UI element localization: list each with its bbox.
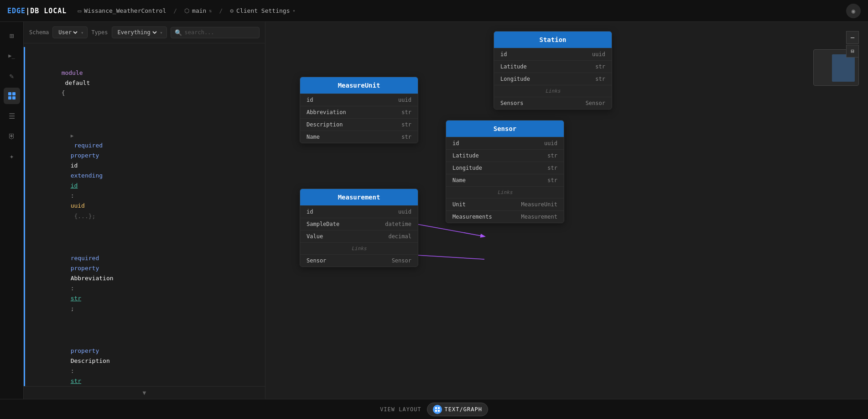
svg-line-5 [409,255,484,259]
entity-header-sensor: Sensor [446,120,564,137]
zoom-minus-btn[interactable]: − [846,31,859,44]
bottom-expand-btn[interactable]: ▼ [24,386,265,399]
sidebar-icon-diagram[interactable] [4,88,20,104]
entity-row-desc-mu: Description str [300,118,418,131]
entity-card-sensor[interactable]: Sensor id uuid Latitude str Longitude st… [446,120,564,223]
main-layout: ⊞ ▶_ ✎ ☰ ⛨ ✦ Schema User ▾ Types [0,22,868,399]
module-line: module default { [24,47,265,110]
entity-row-lat-st: Latitude str [494,60,612,73]
entity-body-station: id uuid Latitude str Longitude str Links… [494,48,612,109]
entity-row-sampledate-ms: SampleDate datetime [300,218,418,230]
entity-row-long-st: Longitude str [494,73,612,85]
entity-row-id-ms: id uuid [300,205,418,218]
filter-select-wrap[interactable]: Everything ▾ [112,26,167,38]
db-icon: ⬡ [184,7,189,14]
arrow1[interactable]: ▶ [71,133,74,139]
settings-selector[interactable]: ⚙ Client Settings ▾ [230,7,295,14]
entity-row-id-sn: id uuid [446,137,564,149]
entity-body-sensor: id uuid Latitude str Longitude str Name … [446,137,564,223]
entity-row-value-ms: Value decimal [300,230,418,242]
sidebar-icon-edit[interactable]: ✎ [4,68,20,84]
left-panel: Schema User ▾ Types Everything ▾ 🔍 [24,22,265,399]
chevron-user-icon: ▾ [81,30,83,35]
branch-selector[interactable]: ⬡ main ⇅ [184,7,212,14]
entity-row-unit-sn: Unit MeasureUnit [446,198,564,210]
entity-row-id-mu: id uuid [300,94,418,106]
chevron-up-down-icon: ⇅ [209,8,212,13]
chevron-filter-icon: ▾ [160,30,163,35]
code-area: module default { ▶ required property id … [24,43,265,386]
prop-id-line: ▶ required property id extending id : uu… [24,110,265,232]
prop-desc-line: property Description : str ; [24,325,265,386]
minimap-viewport [832,54,855,82]
left-panel-header: Schema User ▾ Types Everything ▾ 🔍 [24,22,265,43]
entity-row-lat-sn: Latitude str [446,149,564,162]
blue-bar4 [24,325,25,386]
svg-rect-3 [12,96,16,100]
settings-name: Client Settings [236,7,290,14]
user-avatar[interactable]: ◉ [846,4,861,18]
entity-card-measurement[interactable]: Measurement id uuid SampleDate datetime … [300,189,418,267]
sidebar-icon-data[interactable]: ☰ [4,108,20,124]
view-layout-label: VIEW LAYOUT [380,406,421,413]
project-selector[interactable]: ▭ Wissance_WeatherControl [78,7,166,14]
sidebar-icon-terminal[interactable]: ▶_ [4,47,20,64]
topbar: EDGE|DB LOCAL ▭ Wissance_WeatherControl … [0,0,868,22]
svg-rect-8 [438,407,440,409]
sep2: / [219,7,223,14]
sidebar-icon-shield[interactable]: ⛨ [4,128,20,144]
sidebar-icons: ⊞ ▶_ ✎ ☰ ⛨ ✦ [0,22,24,399]
branch-name: main [192,7,206,14]
toggle-label: TEXT/GRAPH [445,406,482,413]
links-label-measurement: Links [300,242,418,254]
chevron-down-icon: ▾ [292,8,295,13]
blue-bar [24,47,25,110]
zoom-reset-btn[interactable]: ⊟ [846,45,859,58]
document-icon: ▭ [78,7,81,14]
svg-rect-7 [435,407,437,409]
entity-row-sensors-st: Sensors Sensor [494,97,612,109]
bottom-bar: VIEW LAYOUT TEXT/GRAPH [0,399,868,419]
right-panel: MeasureUnit id uuid Abbreviation str Des… [265,22,868,399]
entity-header-measureunit: MeasureUnit [300,77,418,94]
entity-header-station: Station [494,31,612,48]
sidebar-icon-star[interactable]: ✦ [4,148,20,164]
prop-abbr-line: required property Abbreviation : str ; [24,232,265,325]
toggle-icon [433,405,442,414]
user-select[interactable]: User [57,29,79,36]
user-select-wrap[interactable]: User ▾ [52,26,88,38]
svg-rect-1 [12,92,16,95]
settings-icon: ⚙ [230,7,234,14]
search-wrap[interactable]: 🔍 [171,27,260,38]
kw-module: module [62,69,83,76]
filter-select[interactable]: Everything [116,29,158,36]
entity-card-measureunit[interactable]: MeasureUnit id uuid Abbreviation str Des… [300,77,418,143]
entity-header-measurement: Measurement [300,189,418,205]
module-name: default [62,79,94,86]
entity-card-station[interactable]: Station id uuid Latitude str Longitude s… [494,31,612,110]
entity-row-id-st: id uuid [494,48,612,60]
project-name: Wissance_WeatherControl [84,7,166,14]
entity-row-measurements-sn: Measurements Measurement [446,210,564,223]
entity-row-abbr-mu: Abbreviation str [300,106,418,118]
blue-bar3 [24,232,25,325]
search-input[interactable] [185,29,255,36]
sidebar-icon-grid[interactable]: ⊞ [4,27,20,44]
entity-row-name-sn: Name str [446,174,564,186]
schema-label: Schema [29,29,49,36]
svg-rect-10 [438,410,440,412]
links-label-station: Links [494,85,612,97]
entity-row-long-sn: Longitude str [446,162,564,174]
toggle-text-graph-btn[interactable]: TEXT/GRAPH [427,403,488,416]
sep1: / [173,7,177,14]
entity-body-measureunit: id uuid Abbreviation str Description str… [300,94,418,143]
svg-rect-0 [8,92,11,95]
links-label-sensor: Links [446,186,564,198]
svg-rect-2 [8,96,11,100]
zoom-controls: − ⊟ [846,31,859,58]
entity-body-measurement: id uuid SampleDate datetime Value decima… [300,205,418,267]
svg-rect-9 [435,410,437,412]
blue-bar2 [24,110,25,232]
types-label: Types [91,29,108,36]
entity-row-name-mu: Name str [300,131,418,143]
